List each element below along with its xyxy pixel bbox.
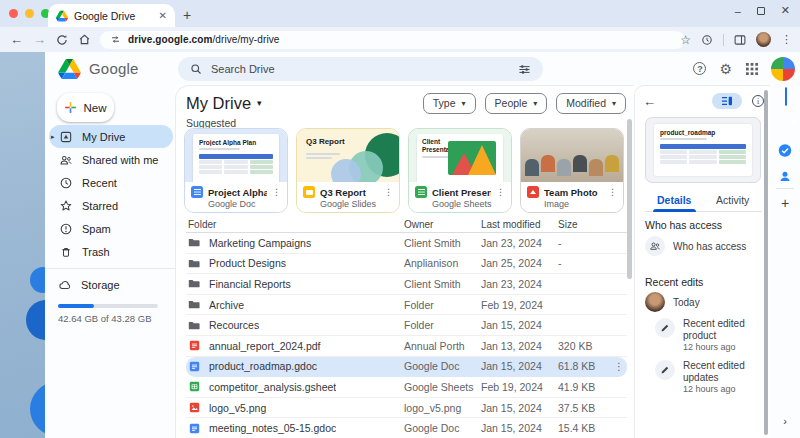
extensions-icon[interactable] [701,34,713,46]
tab-details[interactable]: Details [645,190,704,211]
calendar-icon[interactable] [785,87,787,106]
recent-edit-entry[interactable]: Recent edited updates 12 hours ago [655,360,774,395]
image-file-icon [188,401,201,414]
sidebar-item[interactable]: ▸ Shared with me [49,148,173,171]
search-filters-icon[interactable] [518,63,531,76]
collapse-panel-icon[interactable]: › [783,415,787,427]
card-menu-icon[interactable]: ⋮ [608,187,617,197]
sidebar-divider [45,268,175,269]
column-header-modified[interactable]: Last modified [481,219,558,230]
suggested-card[interactable]: Client Presentation [408,128,512,213]
access-item[interactable]: Who has access [645,236,746,256]
chevron-down-icon: ▾ [533,99,537,108]
page-title-dropdown-icon[interactable]: ▾ [257,98,262,108]
recent-edit-entry[interactable]: Recent edited product 12 hours ago [655,318,774,353]
sidebar-item[interactable]: ▸ My Drive [49,125,173,148]
filter-chip[interactable]: Type ▾ [423,93,476,114]
file-name: Product Designs [209,257,286,269]
column-header-owner[interactable]: Owner [404,219,481,230]
home-icon[interactable] [78,33,91,46]
table-row[interactable]: annual_report_2024.pdf Annual Porth Jan … [186,336,627,357]
table-row[interactable]: Recources Folder Jan 15, 2024 ⋮ [186,315,627,336]
sidebar-nav: ▸ My Drive ▸ [49,125,173,263]
google-drive-logo[interactable] [58,59,81,79]
desktop-blob [26,300,45,340]
card-menu-icon[interactable]: ⋮ [272,187,281,197]
suggested-cards: Project Alpha Plan [184,128,624,213]
table-row[interactable]: meeting_notes_05-15.gdoc Google Doc Jan … [186,418,627,438]
main-content: My Drive ▾ Type ▾ People ▾ Modified [175,85,634,438]
side-panel-icon[interactable] [734,34,746,46]
minimize-icon[interactable]: – [735,5,741,17]
new-button[interactable]: New [57,93,114,122]
help-icon[interactable]: ? [693,62,706,75]
minimize-window-button[interactable] [25,9,34,18]
tasks-icon[interactable] [778,143,793,158]
pdf-file-icon [188,339,201,352]
forward-icon[interactable]: → [33,33,46,46]
filter-chip[interactable]: Modified ▾ [556,93,626,114]
column-header-size[interactable]: Size [558,219,608,230]
expand-arrow-icon[interactable]: ▸ [51,133,55,141]
table-row[interactable]: product_roadmap.gdoc Google Doc Jan 15, … [186,357,627,378]
browser-tab[interactable]: Google Drive ✕ [48,4,175,27]
column-header-folder[interactable]: Folder [186,219,404,230]
table-row[interactable]: competitor_analysis.gsheet Google Sheets… [186,377,627,398]
address-bar[interactable]: drive.google.com/drive/my-drive [100,31,685,49]
reload-icon[interactable] [56,34,68,46]
edit-day-label: Today [673,297,700,308]
browser-profile-avatar[interactable] [756,32,771,47]
sidebar-item[interactable]: ▸ Spam [49,217,173,240]
window-controls: – ✕ [735,4,790,17]
macos-window-buttons[interactable] [9,9,50,18]
filter-chip[interactable]: People ▾ [485,93,548,114]
sidebar-item-storage[interactable]: Storage [58,274,120,296]
filter-chip-label: People [495,97,528,109]
file-preview-card[interactable]: product_roadmap [645,117,761,183]
view-toggle-button[interactable] [712,93,742,109]
sidebar-item[interactable]: ▸ Trash [49,240,173,263]
suggested-card[interactable]: Team Photo ⋮ Image [520,128,624,213]
card-subtitle: Google Sheets [432,199,505,209]
suggested-card[interactable]: Q3 Report [296,128,400,213]
close-icon[interactable]: ✕ [781,4,790,17]
settings-gear-icon[interactable]: ⚙ [719,62,732,76]
sidebar-item[interactable]: ▸ Starred [49,194,173,217]
table-row[interactable]: Product Designs Anplianison Jan 25, 2024… [186,254,627,275]
table-row[interactable]: Archive Folder Feb 19, 2024 ⋮ [186,295,627,316]
site-settings-icon[interactable] [110,34,121,45]
add-addon-icon[interactable]: + [781,195,789,211]
search-bar[interactable]: Search Drive [178,57,543,81]
recent-edits-heading: Recent edits [645,276,703,288]
tab-activity[interactable]: Activity [704,190,763,211]
main-scrollbar[interactable] [627,119,632,279]
search-input[interactable]: Search Drive [211,63,509,75]
bookmark-star-icon[interactable]: ☆ [680,33,691,47]
details-panel: ← i product_roadmap D [634,85,770,438]
sidebar-item[interactable]: ▸ Recent [49,171,173,194]
table-header: Folder Owner Last modified Size [186,216,627,233]
table-row[interactable]: logo_v5.png logo_v5.png Jan 15, 2024 37.… [186,398,627,419]
back-icon[interactable]: ← [643,94,656,109]
google-apps-grid-icon[interactable] [745,62,758,75]
browser-menu-icon[interactable]: ⋮ [781,33,792,46]
table-row[interactable]: Financial Reports Client Smith Jan 23, 2… [186,274,627,295]
contacts-icon[interactable] [778,169,793,184]
row-menu-icon[interactable]: ⋮ [614,361,624,372]
card-menu-icon[interactable]: ⋮ [384,187,393,197]
info-icon[interactable]: i [752,95,764,107]
tab-close-icon[interactable]: ✕ [159,10,167,21]
file-modified: Feb 19, 2024 [481,299,558,311]
account-avatar[interactable] [771,57,795,81]
suggested-card[interactable]: Project Alpha Plan [184,128,288,213]
maximize-icon[interactable] [757,7,765,15]
card-menu-icon[interactable]: ⋮ [496,187,505,197]
new-tab-button[interactable]: + [183,6,191,24]
file-size: - [558,257,608,269]
close-window-button[interactable] [9,9,18,18]
card-footer: Project Alpha Plan ⋮ Google Doc [185,182,287,213]
back-icon[interactable]: ← [10,33,23,46]
table-row[interactable]: Marketing Campaigns Client Smith Jan 23,… [186,233,627,254]
details-scrollbar[interactable] [764,90,768,435]
page-title[interactable]: My Drive [186,94,251,113]
